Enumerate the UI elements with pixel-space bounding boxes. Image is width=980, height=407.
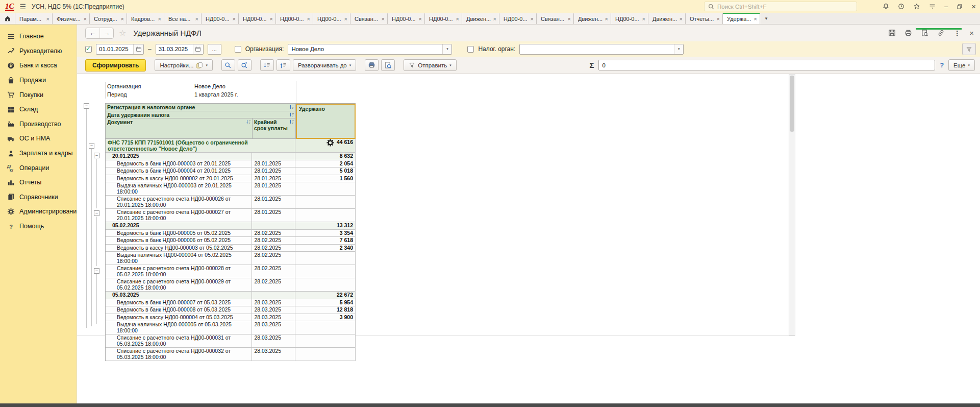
- group-row-05.03.2025[interactable]: 05.03.202522 672: [106, 292, 356, 299]
- tab-НД000[interactable]: НД00-0...×: [313, 13, 350, 24]
- tab-close-icon[interactable]: ×: [456, 16, 459, 22]
- tab-Движен[interactable]: Движен...×: [648, 13, 686, 24]
- amount-cell[interactable]: [295, 252, 356, 265]
- close-window-icon[interactable]: ×: [971, 3, 976, 10]
- document-cell[interactable]: Выдача наличных НД00-000005 от 05.03.202…: [106, 321, 252, 334]
- send-button[interactable]: Отправить ▾: [404, 59, 457, 71]
- deadline-cell[interactable]: 28.03.2025: [252, 306, 295, 314]
- tab-close-icon[interactable]: ×: [642, 16, 645, 22]
- header-document[interactable]: Документ: [106, 118, 253, 139]
- deadline-cell[interactable]: 28.02.2025: [252, 278, 295, 292]
- document-cell[interactable]: Списание с расчетного счета НД00-000029 …: [106, 278, 252, 292]
- document-cell[interactable]: Ведомость в банк НД00-000008 от 05.03.20…: [106, 306, 252, 314]
- document-cell[interactable]: Списание с расчетного счета НД00-000027 …: [106, 209, 252, 222]
- total-row-label[interactable]: ФНС 7715 КПП 771501001 (Общество с огран…: [106, 139, 295, 153]
- tab-close-icon[interactable]: ×: [121, 16, 124, 22]
- amount-cell[interactable]: [295, 209, 356, 222]
- sidebar-item-directories[interactable]: Справочники: [0, 190, 77, 205]
- report-row[interactable]: Ведомость в банк НД00-000004 от 20.01.20…: [106, 167, 356, 175]
- favorite-star-icon[interactable]: ☆: [119, 28, 126, 38]
- report-row[interactable]: Выдача наличных НД00-000003 от 20.01.202…: [106, 182, 356, 196]
- link-icon[interactable]: [937, 29, 945, 37]
- tab-Парам[interactable]: Парам...×: [15, 13, 53, 24]
- tab-close-icon[interactable]: ×: [717, 16, 720, 22]
- document-cell[interactable]: Ведомость в кассу НД00-000002 от 20.01.2…: [106, 175, 252, 183]
- report-row[interactable]: Списание с расчетного счета НД00-000027 …: [106, 209, 356, 222]
- deadline-cell[interactable]: 28.01.2025: [252, 160, 295, 168]
- organization-checkbox[interactable]: [235, 46, 241, 53]
- back-arrow-icon[interactable]: ←: [86, 28, 99, 38]
- expander-group-1[interactable]: −: [94, 153, 99, 158]
- tab-Кадров[interactable]: Кадров...×: [127, 13, 164, 24]
- document-cell[interactable]: Ведомость в кассу НД00-000003 от 05.02.2…: [106, 245, 252, 252]
- amount-cell[interactable]: 5 954: [295, 299, 356, 307]
- report-row[interactable]: Ведомость в кассу НД00-000004 от 05.03.2…: [106, 314, 356, 322]
- find-button[interactable]: [221, 59, 235, 71]
- period-checkbox[interactable]: ✓: [85, 46, 92, 53]
- tab-НД000[interactable]: НД00-0...×: [276, 13, 313, 24]
- vertical-scrollbar[interactable]: [789, 74, 795, 336]
- tab-НД000[interactable]: НД00-0...×: [202, 13, 239, 24]
- filter-settings-button[interactable]: [962, 43, 976, 55]
- deadline-cell[interactable]: 28.02.2025: [252, 237, 295, 245]
- deadline-cell[interactable]: 28.03.2025: [252, 314, 295, 322]
- deadline-cell[interactable]: 28.01.2025: [252, 196, 295, 209]
- autosum-input[interactable]: 0: [598, 60, 935, 70]
- header-registration[interactable]: Регистрация в налоговом органе: [106, 104, 296, 111]
- main-menu-icon[interactable]: ☰: [20, 3, 27, 11]
- report-row[interactable]: Списание с расчетного счета НД00-000032 …: [106, 348, 356, 361]
- preview-button[interactable]: [381, 59, 395, 71]
- sidebar-item-sales[interactable]: Продажи: [0, 73, 77, 88]
- amount-cell[interactable]: 5 018: [295, 167, 356, 175]
- sidebar-item-purchases[interactable]: Покупки: [0, 87, 77, 102]
- print-icon[interactable]: [904, 29, 912, 37]
- header-deadline[interactable]: Крайний срок уплаты: [253, 118, 296, 139]
- amount-cell[interactable]: 12 818: [295, 306, 356, 314]
- document-cell[interactable]: Ведомость в банк НД00-000003 от 20.01.20…: [106, 160, 252, 168]
- tax-authority-checkbox[interactable]: [467, 46, 474, 53]
- deadline-cell[interactable]: 28.01.2025: [252, 182, 295, 196]
- deadline-cell[interactable]: 28.01.2025: [252, 167, 295, 175]
- tab-close-icon[interactable]: ×: [307, 16, 310, 22]
- tab-close-icon[interactable]: ×: [493, 16, 496, 22]
- print-button[interactable]: [365, 59, 379, 71]
- minimize-icon[interactable]: –: [944, 3, 948, 10]
- period-variants-button[interactable]: ...: [208, 44, 221, 55]
- group-date-cell[interactable]: 05.02.2025: [106, 222, 252, 230]
- amount-cell[interactable]: [295, 348, 356, 361]
- amount-cell[interactable]: [295, 182, 356, 196]
- group-date-cell[interactable]: 20.01.2025: [106, 153, 252, 160]
- group-deadline-cell[interactable]: [252, 153, 295, 160]
- document-cell[interactable]: Списание с расчетного счета НД00-000031 …: [106, 334, 252, 348]
- tab-overflow-icon[interactable]: ▼: [760, 13, 772, 24]
- expand-to-button[interactable]: Разворачивать до ▾: [293, 59, 356, 71]
- deadline-cell[interactable]: 28.02.2025: [252, 230, 295, 237]
- group-row-05.02.2025[interactable]: 05.02.202513 312: [106, 222, 356, 230]
- tax-authority-value[interactable]: [520, 44, 674, 54]
- organization-value[interactable]: Новое Дело: [288, 44, 442, 54]
- header-withheld-selected-cell[interactable]: Удержано: [296, 104, 356, 139]
- group-date-cell[interactable]: 05.03.2025: [106, 292, 252, 299]
- amount-cell[interactable]: 2 340: [295, 245, 356, 252]
- scrollbar-thumb[interactable]: [790, 76, 794, 132]
- chevron-down-icon[interactable]: ▾: [674, 44, 683, 54]
- expander-group-2[interactable]: −: [94, 210, 99, 216]
- sidebar-item-help[interactable]: ?Помощь: [0, 219, 77, 234]
- tab-close-icon[interactable]: ×: [754, 16, 757, 22]
- amount-cell[interactable]: [295, 278, 356, 292]
- report-row[interactable]: Ведомость в банк НД00-000007 от 05.03.20…: [106, 299, 356, 307]
- favorites-star-icon[interactable]: [913, 3, 920, 10]
- forward-arrow-icon[interactable]: →: [99, 28, 113, 38]
- deadline-cell[interactable]: 28.01.2025: [252, 175, 295, 183]
- tab-close-icon[interactable]: ×: [531, 16, 534, 22]
- tab-Всена[interactable]: Все на...×: [164, 13, 202, 24]
- sort-icon[interactable]: [289, 105, 294, 110]
- tab-НД000[interactable]: НД00-0...×: [239, 13, 276, 24]
- document-cell[interactable]: Ведомость в банк НД00-000005 от 05.02.20…: [106, 230, 252, 237]
- group-total-cell[interactable]: 13 312: [295, 222, 356, 230]
- tab-Сотруд[interactable]: Сотруд...×: [90, 13, 127, 24]
- notifications-bell-icon[interactable]: [883, 3, 889, 10]
- amount-cell[interactable]: 3 354: [295, 230, 356, 237]
- sort-icon[interactable]: [246, 119, 251, 125]
- save-icon[interactable]: [888, 29, 896, 37]
